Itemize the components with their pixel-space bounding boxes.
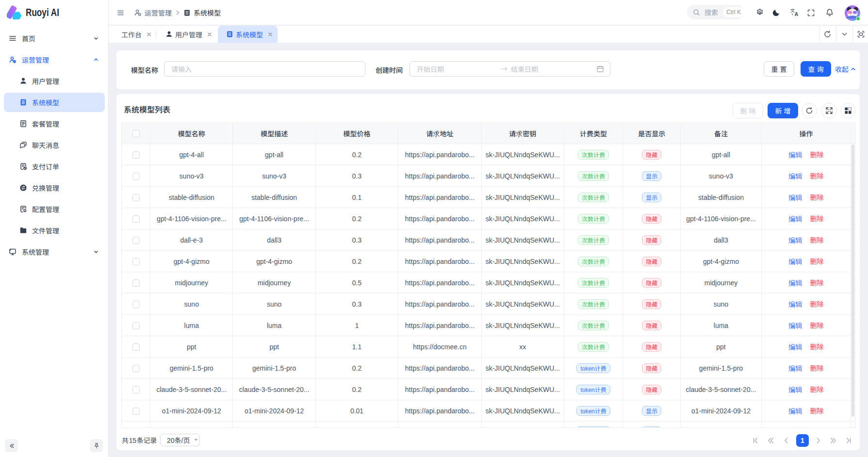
svg-text:A: A	[795, 11, 799, 17]
